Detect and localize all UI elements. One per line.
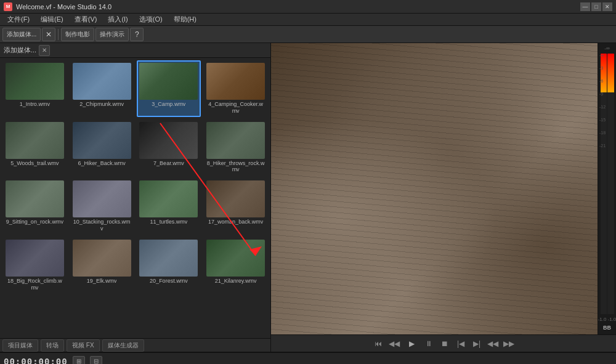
- media-thumb-1[interactable]: 1_Intro.wmv: [2, 60, 67, 117]
- title-bar: M Welcome.vf - Movie Studio 14.0 — □ ✕: [0, 0, 616, 14]
- media-thumb-5[interactable]: 5_Woods_trail.wmv: [2, 119, 67, 176]
- play-button[interactable]: ▶: [404, 336, 419, 351]
- preview-overlay: [271, 43, 616, 334]
- operations-button[interactable]: 操作演示: [95, 28, 129, 41]
- close-media-icon[interactable]: ✕: [42, 28, 55, 41]
- timeline-btn-2[interactable]: ⊟: [90, 356, 102, 365]
- media-panel-header: 添加媒体... ✕: [0, 43, 270, 58]
- timeline-header: 00:00:00:00 ⊞ ⊟: [0, 353, 616, 364]
- media-thumb-14[interactable]: 19_Elk.wmv: [70, 237, 134, 294]
- media-thumb-12[interactable]: 17_woman_back.wmv: [203, 178, 268, 235]
- tab-video-fx[interactable]: 视频 FX: [67, 339, 100, 352]
- stop-button[interactable]: ⏹: [439, 338, 451, 350]
- menu-item-文件(F)[interactable]: 文件(F): [2, 14, 34, 25]
- vu-meters: -∞ -1.0 -1.0 BB: [598, 43, 616, 334]
- media-thumb-img-8: [206, 122, 265, 159]
- media-thumb-2[interactable]: 2_Chipmunk.wmv: [70, 60, 134, 117]
- preview-video: [271, 43, 616, 334]
- window-controls: — □ ✕: [580, 2, 612, 11]
- media-thumb-img-1: [6, 63, 64, 100]
- timecode-display: 00:00:00:00: [4, 357, 68, 365]
- tab-project-media[interactable]: 项目媒体: [2, 339, 38, 352]
- media-thumb-label-12: 17_woman_back.wmv: [208, 219, 263, 225]
- media-thumb-label-16: 21_Kilanrey.wmv: [215, 278, 257, 285]
- media-thumb-label-7: 7_Bear.wmv: [153, 160, 184, 167]
- media-thumb-img-7: [139, 122, 198, 159]
- media-thumb-3[interactable]: 3_Camp.wmv: [137, 60, 201, 117]
- tab-transitions[interactable]: 转场: [41, 339, 64, 352]
- media-thumb-10[interactable]: 10_Stacking_rocks.wmv: [70, 178, 134, 235]
- toolbar: 添加媒体... ✕ 制作电影 操作演示 ?: [0, 26, 616, 43]
- menu-item-插入(I)[interactable]: 插入(I): [103, 14, 132, 25]
- media-thumb-label-14: 19_Elk.wmv: [87, 278, 117, 285]
- media-thumb-4[interactable]: 4_Camping_Cooker.wmv: [203, 60, 268, 117]
- media-grid-container[interactable]: 1_Intro.wmv2_Chipmunk.wmv3_Camp.wmv4_Cam…: [0, 58, 270, 338]
- menu-item-帮助(H)[interactable]: 帮助(H): [169, 14, 201, 25]
- title-bar-left: M Welcome.vf - Movie Studio 14.0: [4, 2, 111, 11]
- fast-forward-button[interactable]: ▶▶: [503, 338, 515, 350]
- media-thumb-8[interactable]: 8_Hiker_throws_rock.wmv: [203, 119, 268, 176]
- media-thumb-label-11: 11_turtles.wmv: [150, 219, 188, 225]
- media-thumb-img-2: [73, 63, 131, 100]
- media-thumb-label-10: 10_Stacking_rocks.wmv: [73, 219, 131, 232]
- media-thumb-img-5: [6, 122, 64, 159]
- media-thumb-img-12: [206, 180, 265, 217]
- media-thumb-label-13: 18_Big_Rock_climb.wmv: [6, 278, 64, 291]
- media-thumb-15[interactable]: 20_Forest.wmv: [137, 237, 201, 294]
- media-thumb-img-15: [139, 240, 198, 277]
- menu-item-编辑(E)[interactable]: 编辑(E): [36, 14, 68, 25]
- media-thumb-label-2: 2_Chipmunk.wmv: [79, 101, 124, 108]
- separator-1: [58, 29, 59, 40]
- fast-rewind-button[interactable]: ◀◀: [487, 338, 499, 350]
- media-thumb-img-11: [139, 180, 198, 217]
- prev-frame-button[interactable]: ⏮: [372, 338, 384, 350]
- media-thumb-img-16: [206, 240, 265, 277]
- media-thumb-label-15: 20_Forest.wmv: [150, 278, 188, 285]
- media-thumb-label-5: 5_Woods_trail.wmv: [10, 160, 59, 167]
- media-thumb-img-13: [6, 240, 64, 277]
- menu-item-查看(V)[interactable]: 查看(V): [70, 14, 102, 25]
- timeline-area: 00:00:00:00 ⊞ ⊟ 1 Title Straight fx M S …: [0, 352, 616, 364]
- app-icon: M: [4, 2, 12, 11]
- menu-item-选项(O)[interactable]: 选项(O): [134, 14, 168, 25]
- help-icon[interactable]: ?: [130, 28, 144, 41]
- media-thumb-label-9: 9_Sitting_on_rock.wmv: [6, 219, 63, 225]
- maximize-button[interactable]: □: [591, 2, 601, 11]
- title-text: Welcome.vf - Movie Studio 14.0: [16, 3, 111, 10]
- media-grid: 1_Intro.wmv2_Chipmunk.wmv3_Camp.wmv4_Cam…: [2, 60, 268, 293]
- media-thumb-6[interactable]: 6_Hiker_Back.wmv: [70, 119, 134, 176]
- media-thumb-13[interactable]: 18_Big_Rock_climb.wmv: [2, 237, 67, 294]
- to-start-button[interactable]: |◀: [455, 338, 467, 350]
- to-end-button[interactable]: ▶|: [471, 338, 483, 350]
- media-panel-close[interactable]: ✕: [39, 45, 50, 56]
- vu-bb-label: BB: [603, 325, 611, 331]
- media-thumb-img-4: [206, 63, 265, 100]
- media-thumb-16[interactable]: 21_Kilanrey.wmv: [203, 237, 268, 294]
- add-media-button[interactable]: 添加媒体...: [2, 28, 41, 41]
- rewind-button[interactable]: ◀◀: [388, 338, 400, 350]
- media-thumb-img-9: [6, 180, 64, 217]
- media-thumb-label-3: 3_Camp.wmv: [152, 101, 185, 108]
- make-movie-button[interactable]: 制作电影: [61, 28, 94, 41]
- menu-bar: 文件(F)编辑(E)查看(V)插入(I)选项(O)帮助(H): [0, 14, 616, 26]
- media-thumb-11[interactable]: 11_turtles.wmv: [137, 178, 201, 235]
- main-area: 添加媒体... ✕ 1_Intro.wmv2_Chipmunk.wmv3_Cam…: [0, 43, 616, 352]
- timeline-btn-1[interactable]: ⊞: [73, 356, 85, 365]
- media-thumb-img-10: [73, 180, 131, 217]
- minimize-button[interactable]: —: [580, 2, 590, 11]
- preview-controls: ⏮ ◀◀ ▶ ⏸ ⏹ |◀ ▶| ◀◀ ▶▶: [271, 334, 616, 352]
- media-thumb-img-3: [139, 63, 198, 100]
- tab-media-generator[interactable]: 媒体生成器: [102, 339, 144, 352]
- preview-image: [271, 43, 616, 334]
- media-thumb-7[interactable]: 7_Bear.wmv: [137, 119, 201, 176]
- media-thumb-img-14: [73, 240, 131, 277]
- media-thumb-9[interactable]: 9_Sitting_on_rock.wmv: [2, 178, 67, 235]
- pause-button[interactable]: ⏸: [423, 338, 435, 350]
- media-thumb-label-6: 6_Hiker_Back.wmv: [78, 160, 126, 167]
- media-thumb-label-4: 4_Camping_Cooker.wmv: [206, 101, 265, 115]
- right-panel: 主控 -∞: [271, 43, 616, 352]
- media-thumb-label-1: 1_Intro.wmv: [20, 101, 50, 108]
- preview-area: 主控 -∞: [271, 43, 616, 334]
- close-button[interactable]: ✕: [602, 2, 612, 11]
- media-thumb-label-8: 8_Hiker_throws_rock.wmv: [206, 160, 265, 174]
